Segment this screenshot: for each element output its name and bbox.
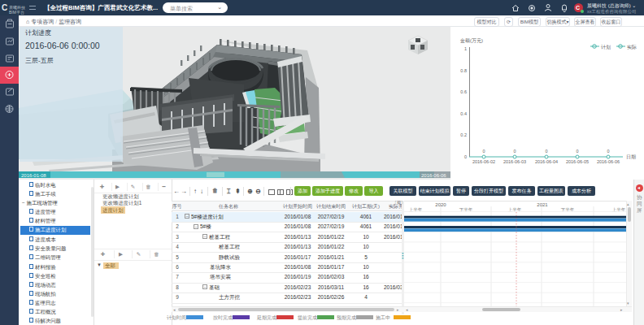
svg-text:2016-06-06: 2016-06-06 [597, 159, 620, 164]
svg-text:1: 1 [464, 46, 467, 51]
svg-text:2020: 2020 [435, 202, 446, 207]
svg-text:2016-06-06: 2016-06-06 [421, 173, 446, 178]
svg-text:2016-01-08: 2016-01-08 [21, 173, 46, 178]
svg-text:0.6: 0.6 [460, 89, 467, 94]
svg-text:实际: 实际 [627, 44, 637, 50]
svg-text:计划: 计划 [601, 45, 611, 50]
svg-text:0.4: 0.4 [460, 111, 467, 116]
svg-text:2016-06-04: 2016-06-04 [535, 159, 558, 164]
svg-text:2016-06-03: 2016-06-03 [503, 159, 526, 164]
svg-text:0.8: 0.8 [460, 68, 467, 73]
svg-text:2021: 2021 [537, 202, 548, 207]
svg-text:0: 0 [545, 149, 547, 154]
svg-text:0.2: 0.2 [460, 132, 467, 137]
svg-text:日期: 日期 [626, 154, 636, 160]
svg-text:0: 0 [482, 149, 485, 154]
svg-text:0: 0 [464, 154, 467, 159]
svg-text:0: 0 [513, 149, 516, 154]
svg-text:2016-06-02: 2016-06-02 [472, 159, 495, 164]
svg-text:2016-06-05: 2016-06-05 [566, 159, 589, 164]
svg-text:0: 0 [607, 149, 609, 154]
svg-text:0: 0 [576, 149, 578, 154]
svg-text:金额(万元): 金额(万元) [459, 37, 483, 43]
